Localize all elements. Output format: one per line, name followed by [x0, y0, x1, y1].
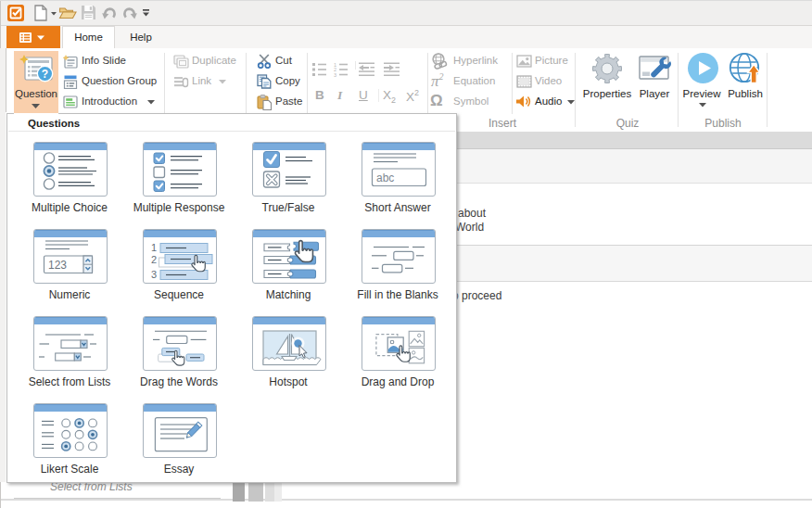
svg-text:1: 1 [151, 242, 157, 253]
svg-text:123: 123 [48, 259, 67, 272]
svg-text:3: 3 [151, 269, 157, 280]
svg-text:3: 3 [334, 72, 336, 78]
svg-text:abc: abc [376, 171, 394, 184]
svg-text:2: 2 [151, 254, 157, 265]
svg-text:?: ? [42, 68, 48, 81]
